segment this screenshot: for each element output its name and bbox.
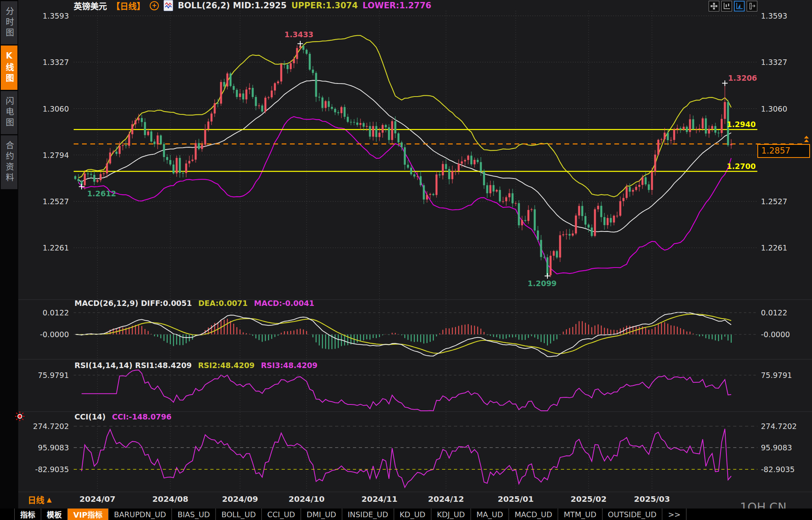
- period-tag: 【日线】: [112, 0, 145, 11]
- indicator-tabbar: 指标模板VIP指标BARUPDN_UDBIAS_UDBOLL_UDCCI_UDD…: [0, 509, 812, 520]
- xaxis-date-2: 2024/09: [222, 494, 258, 504]
- cci-pane-title: CCI(14) CCI:-148.0796: [74, 412, 172, 421]
- price-axis-label-right: 1.2261: [761, 243, 787, 252]
- price-axis-label-left: 1.2794: [18, 151, 69, 159]
- indicator-scale-label-left: -0.0000: [18, 330, 69, 339]
- hline-label-1: 1.2700: [711, 162, 756, 171]
- indicator-scale-label-left: 274.7202: [18, 422, 69, 431]
- tab-outside-ud[interactable]: OUTSIDE_UD: [602, 509, 663, 520]
- price-annotation-3: 1.3206: [728, 74, 757, 82]
- indicator-scale-label-left: 0.0122: [18, 308, 69, 317]
- symbol-name: 英镑美元: [74, 0, 107, 11]
- pane-shift-icon[interactable]: [747, 1, 757, 11]
- sidebar-item-2[interactable]: 闪电图: [1, 91, 17, 134]
- macd-diff-label: MACD(26,12,9) DIFF:0.0051: [74, 299, 192, 307]
- indicator-scale-label-left: 95.9083: [18, 443, 69, 452]
- rsi3-label: RSI3:48.4209: [261, 361, 318, 370]
- alert-blinking-icon: [14, 411, 25, 423]
- expand-icon[interactable]: +: [150, 1, 159, 10]
- macd-value-label: MACD:-0.0041: [254, 299, 314, 307]
- xaxis-date-1: 2024/08: [152, 494, 189, 504]
- axis-fill-icon[interactable]: [734, 1, 745, 11]
- indicator-scale-label-right: 75.9791: [761, 371, 792, 380]
- price-axis-label-right: 1.3593: [761, 11, 787, 20]
- price-annotation-1: 1.3433: [284, 30, 313, 39]
- xaxis-date-4: 2024/11: [362, 494, 398, 504]
- price-axis-label-right: 1.2527: [761, 197, 787, 206]
- xaxis-date-8: 2025/03: [634, 494, 670, 504]
- tab--[interactable]: >>: [662, 509, 686, 520]
- price-axis-label-left: 1.3327: [18, 58, 69, 66]
- price-annotation-2: 1.2099: [528, 279, 557, 288]
- tab-kd-ud[interactable]: KD_UD: [394, 509, 431, 520]
- tab-kdj-ud[interactable]: KDJ_UD: [431, 509, 471, 520]
- indicator-scale-label-right: 0.0122: [761, 308, 787, 317]
- rsi2-label: RSI2:48.4209: [198, 361, 255, 370]
- indicator-scale-label-left: 75.9791: [18, 371, 69, 380]
- tab-inside-ud[interactable]: INSIDE_UD: [342, 509, 394, 520]
- sidebar-item-0[interactable]: 分时图: [1, 1, 17, 44]
- sidebar-item-1[interactable]: K线图: [1, 46, 17, 90]
- xaxis-date-6: 2025/01: [498, 494, 534, 504]
- current-price-box: 1.2857: [757, 144, 810, 158]
- indicator-scale-label-right: -82.9035: [761, 465, 795, 474]
- tab-boll-ud[interactable]: BOLL_UD: [216, 509, 262, 520]
- tab-barupdn-ud[interactable]: BARUPDN_UD: [109, 509, 172, 520]
- price-marker-arrow-icon: [802, 136, 810, 144]
- xaxis-date-3: 2024/10: [289, 494, 325, 504]
- sidebar: 分时图K线图闪电图合约资料: [0, 0, 18, 520]
- tab-dmi-ud[interactable]: DMI_UD: [301, 509, 342, 520]
- tab-macd-ud[interactable]: MACD_UD: [509, 509, 558, 520]
- period-label: 日线: [28, 493, 44, 505]
- tab-bias-ud[interactable]: BIAS_UD: [172, 509, 216, 520]
- macd-dea-label: DEA:0.0071: [198, 299, 248, 307]
- tab-ma-ud[interactable]: MA_UD: [471, 509, 509, 520]
- xaxis-date-0: 2024/07: [80, 494, 116, 504]
- price-annotation-0: 1.2612: [87, 189, 116, 198]
- boll-upper-label: UPPER:1.3074: [292, 1, 358, 10]
- boll-lower-label: LOWER:1.2776: [362, 1, 431, 10]
- price-axis-label-left: 1.2527: [18, 197, 69, 206]
- xaxis-date-5: 2024/12: [428, 494, 464, 504]
- period-selector[interactable]: 日线 ▲: [28, 493, 51, 505]
- tab-vip指标[interactable]: VIP指标: [68, 509, 109, 520]
- cci-name-label: CCI(14): [74, 412, 106, 421]
- indicator-scale-label-right: 274.7202: [761, 422, 797, 431]
- chart-plot-area[interactable]: [0, 0, 812, 520]
- chart-toolbar: [709, 1, 757, 11]
- sidebar-item-3[interactable]: 合约资料: [1, 135, 17, 189]
- tab-cci-ud[interactable]: CCI_UD: [262, 509, 301, 520]
- indicator-scale-label-right: 95.9083: [761, 443, 792, 452]
- hline-label-0: 1.2940: [711, 120, 756, 129]
- indicator-scale-label-right: -0.0000: [761, 330, 790, 339]
- axis-candle-icon[interactable]: [721, 1, 732, 11]
- macd-pane-title: MACD(26,12,9) DIFF:0.0051 DEA:0.0071 MAC…: [74, 299, 314, 307]
- tab-mtm-ud[interactable]: MTM_UD: [558, 509, 602, 520]
- price-axis-label-right: 1.3327: [761, 58, 787, 66]
- triangle-up-icon: ▲: [47, 496, 51, 503]
- price-axis-label-left: 1.3060: [18, 104, 69, 113]
- trading-app-window: 分时图K线图闪电图合约资料 英镑美元 【日线】 + BOLL(26,2) MID…: [0, 0, 812, 520]
- xaxis-date-7: 2025/02: [571, 494, 607, 504]
- chart-thumbnail-icon[interactable]: [164, 0, 173, 11]
- rsi-pane-title: RSI(14,14,14) RSI1:48.4209 RSI2:48.4209 …: [74, 361, 317, 370]
- rsi1-label: RSI(14,14,14) RSI1:48.4209: [74, 361, 192, 370]
- tab-指标[interactable]: 指标: [14, 509, 41, 520]
- indicator-scale-label-left: -82.9035: [18, 465, 69, 474]
- chart-header: 英镑美元 【日线】 + BOLL(26,2) MID:1.2925 UPPER:…: [74, 0, 431, 11]
- cci-value-label: CCI:-148.0796: [112, 412, 172, 421]
- grid-layout-icon[interactable]: [709, 1, 719, 11]
- boll-mid-label: BOLL(26,2) MID:1.2925: [178, 1, 287, 10]
- price-axis-label-right: 1.3060: [761, 104, 787, 113]
- tab-模板[interactable]: 模板: [41, 509, 68, 520]
- price-axis-label-left: 1.2261: [18, 243, 69, 252]
- price-axis-label-left: 1.3593: [18, 11, 69, 20]
